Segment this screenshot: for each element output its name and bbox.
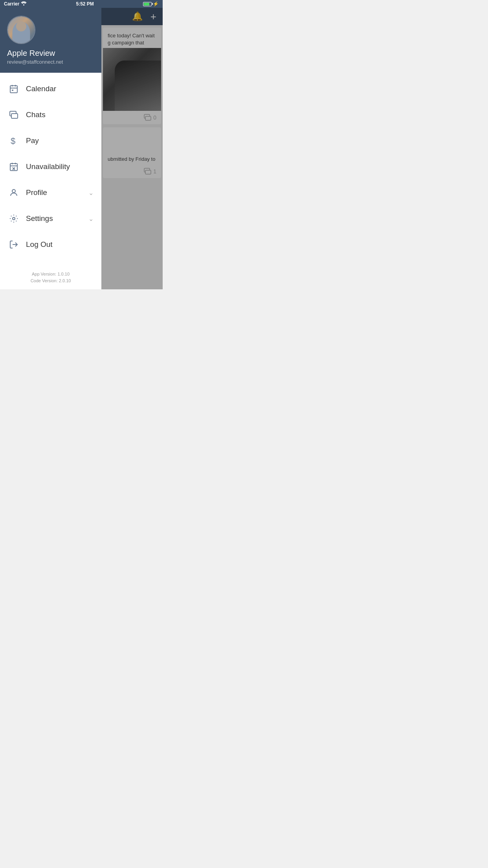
status-bar: Carrier 5:52 PM ⚡ xyxy=(0,0,163,8)
drawer-header: Apple Review review@staffconnect.net xyxy=(0,8,101,73)
sidebar-item-label-chats: Chats xyxy=(26,110,94,119)
sidebar-item-settings[interactable]: Settings ⌄ xyxy=(0,206,101,232)
sidebar-item-label-settings: Settings xyxy=(26,214,88,223)
calendar-icon xyxy=(8,83,20,95)
app-version: App Version: 1.0.10 xyxy=(5,271,97,278)
sidebar-item-unavailability[interactable]: Unavailability xyxy=(0,154,101,180)
code-version: Code Version: 2.0.10 xyxy=(5,278,97,285)
version-info: App Version: 1.0.10 Code Version: 2.0.10 xyxy=(0,266,101,289)
chats-icon xyxy=(8,109,20,121)
svg-point-0 xyxy=(23,4,24,6)
sidebar-item-label-profile: Profile xyxy=(26,188,88,197)
sidebar-item-label-pay: Pay xyxy=(26,136,94,145)
charging-icon: ⚡ xyxy=(153,1,159,7)
user-name: Apple Review xyxy=(7,49,94,58)
avatar-image xyxy=(8,17,35,43)
svg-rect-9 xyxy=(10,164,17,171)
avatar[interactable] xyxy=(7,16,35,44)
main-content: 🔔 + fice today! Can't wait g campaign th… xyxy=(101,8,163,289)
svg-rect-7 xyxy=(11,114,18,118)
svg-rect-1 xyxy=(10,86,17,93)
drawer-overlay[interactable] xyxy=(101,8,163,289)
sidebar-item-logout[interactable]: Log Out xyxy=(0,232,101,257)
drawer-nav: Calendar Chats $ Pay xyxy=(0,73,101,266)
sidebar-item-label-calendar: Calendar xyxy=(26,85,94,93)
settings-chevron-icon: ⌄ xyxy=(88,215,94,223)
navigation-drawer: Apple Review review@staffconnect.net Cal… xyxy=(0,8,101,289)
sidebar-item-pay[interactable]: $ Pay xyxy=(0,128,101,154)
logout-icon xyxy=(8,239,20,250)
sidebar-item-chats[interactable]: Chats xyxy=(0,102,101,128)
status-left: Carrier xyxy=(4,1,27,7)
app-container: Apple Review review@staffconnect.net Cal… xyxy=(0,8,163,289)
settings-icon xyxy=(8,213,20,224)
svg-point-15 xyxy=(12,189,15,193)
svg-rect-5 xyxy=(12,90,13,91)
pay-icon: $ xyxy=(8,135,20,147)
carrier-label: Carrier xyxy=(4,1,19,7)
sidebar-item-label-logout: Log Out xyxy=(26,240,94,249)
status-right: ⚡ xyxy=(143,1,159,7)
svg-point-16 xyxy=(13,217,15,220)
sidebar-item-label-unavailability: Unavailability xyxy=(26,162,94,171)
time-label: 5:52 PM xyxy=(76,1,94,7)
svg-text:$: $ xyxy=(11,136,15,145)
battery-icon xyxy=(143,2,152,6)
wifi-icon xyxy=(21,1,27,7)
profile-icon xyxy=(8,187,20,199)
unavailability-icon xyxy=(8,161,20,173)
profile-chevron-icon: ⌄ xyxy=(88,189,94,197)
sidebar-item-profile[interactable]: Profile ⌄ xyxy=(0,180,101,206)
user-email: review@staffconnect.net xyxy=(7,59,94,65)
sidebar-item-calendar[interactable]: Calendar xyxy=(0,76,101,102)
